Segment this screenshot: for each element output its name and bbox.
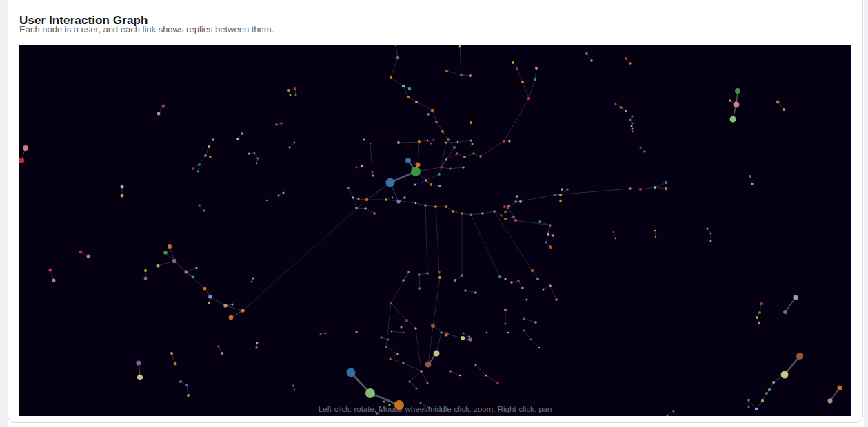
graph-node[interactable] xyxy=(172,259,176,263)
graph-node[interactable] xyxy=(434,205,437,208)
graph-node[interactable] xyxy=(538,220,541,223)
graph-node[interactable] xyxy=(521,287,524,289)
graph-node[interactable] xyxy=(361,165,363,167)
graph-node[interactable] xyxy=(408,87,411,90)
graph-node[interactable] xyxy=(629,187,632,190)
graph-node[interactable] xyxy=(198,163,201,166)
graph-node[interactable] xyxy=(526,299,528,301)
graph-node[interactable] xyxy=(510,281,513,284)
graph-node[interactable] xyxy=(325,333,327,335)
graph-node[interactable] xyxy=(654,186,656,189)
graph-node[interactable] xyxy=(517,280,520,282)
graph-node[interactable] xyxy=(358,198,360,200)
graph-node[interactable] xyxy=(445,70,448,72)
graph-node[interactable] xyxy=(157,264,160,268)
graph-node[interactable] xyxy=(414,184,416,186)
graph-node[interactable] xyxy=(552,234,554,237)
graph-node[interactable] xyxy=(514,200,517,203)
graph-node[interactable] xyxy=(707,228,709,230)
graph-node[interactable] xyxy=(401,326,403,329)
graph-node[interactable] xyxy=(748,406,750,408)
graph-node[interactable] xyxy=(447,138,450,141)
graph-node[interactable] xyxy=(376,412,379,415)
graph-node[interactable] xyxy=(613,231,615,233)
graph-node[interactable] xyxy=(203,287,207,291)
graph-node[interactable] xyxy=(248,153,250,155)
graph-node[interactable] xyxy=(505,323,507,325)
graph-node[interactable] xyxy=(673,410,675,413)
graph-node[interactable] xyxy=(503,205,506,208)
graph-node[interactable] xyxy=(157,112,161,116)
graph-node[interactable] xyxy=(625,110,627,112)
graph-node[interactable] xyxy=(170,352,173,355)
graph-node[interactable] xyxy=(781,371,789,379)
graph-node[interactable] xyxy=(387,339,390,341)
graph-node[interactable] xyxy=(514,219,517,222)
graph-node[interactable] xyxy=(402,279,405,282)
graph-node[interactable] xyxy=(747,399,750,402)
graph-node[interactable] xyxy=(403,196,406,199)
graph-canvas[interactable]: Left-click: rotate, Mouse-wheel/middle-c… xyxy=(19,45,851,416)
graph-node[interactable] xyxy=(430,183,432,186)
graph-node[interactable] xyxy=(424,204,427,207)
graph-node[interactable] xyxy=(549,224,552,227)
graph-node[interactable] xyxy=(631,115,634,118)
graph-node[interactable] xyxy=(758,322,760,324)
graph-node[interactable] xyxy=(431,109,434,112)
graph-node[interactable] xyxy=(615,238,617,240)
graph-node[interactable] xyxy=(255,346,258,349)
graph-node[interactable] xyxy=(356,167,358,169)
graph-node[interactable] xyxy=(49,269,52,272)
graph-node[interactable] xyxy=(283,192,285,194)
graph-node[interactable] xyxy=(355,331,358,333)
graph-node[interactable] xyxy=(454,279,456,282)
graph-node[interactable] xyxy=(585,52,588,55)
graph-node[interactable] xyxy=(535,67,538,70)
graph-node[interactable] xyxy=(416,388,418,390)
graph-node[interactable] xyxy=(209,156,212,158)
graph-node[interactable] xyxy=(185,271,188,274)
graph-node[interactable] xyxy=(196,267,198,269)
graph-node[interactable] xyxy=(427,113,430,116)
graph-node[interactable] xyxy=(498,275,501,278)
graph-node[interactable] xyxy=(735,88,740,94)
graph-node[interactable] xyxy=(290,94,292,96)
graph-node[interactable] xyxy=(405,158,411,163)
graph-node[interactable] xyxy=(445,142,447,144)
graph-node[interactable] xyxy=(252,278,254,280)
graph-node[interactable] xyxy=(256,342,259,344)
graph-node[interactable] xyxy=(654,230,656,232)
graph-node[interactable] xyxy=(389,404,391,406)
graph-node[interactable] xyxy=(470,140,472,142)
graph-node[interactable] xyxy=(632,128,634,130)
graph-node[interactable] xyxy=(729,100,731,102)
graph-node[interactable] xyxy=(655,236,657,238)
graph-node[interactable] xyxy=(364,207,367,210)
graph-node[interactable] xyxy=(407,271,410,273)
graph-node[interactable] xyxy=(397,141,400,144)
graph-node[interactable] xyxy=(459,45,461,48)
graph-node[interactable] xyxy=(23,145,28,151)
graph-node[interactable] xyxy=(352,196,354,199)
graph-node[interactable] xyxy=(241,309,245,313)
graph-node[interactable] xyxy=(665,187,667,190)
graph-node[interactable] xyxy=(470,121,472,124)
graph-node[interactable] xyxy=(396,56,399,59)
graph-node[interactable] xyxy=(355,207,358,209)
graph-node[interactable] xyxy=(527,97,530,100)
graph-node[interactable] xyxy=(363,139,365,141)
graph-node[interactable] xyxy=(174,362,177,366)
graph-node[interactable] xyxy=(559,194,562,196)
graph-node[interactable] xyxy=(481,212,484,215)
graph-node[interactable] xyxy=(531,269,534,272)
graph-node[interactable] xyxy=(372,171,374,174)
graph-node[interactable] xyxy=(395,45,397,47)
graph-node[interactable] xyxy=(79,251,83,254)
graph-node[interactable] xyxy=(523,317,525,320)
graph-node[interactable] xyxy=(236,138,239,140)
graph-node[interactable] xyxy=(204,154,207,157)
graph-node[interactable] xyxy=(457,141,459,143)
graph-node[interactable] xyxy=(472,143,474,145)
graph-node[interactable] xyxy=(470,214,472,216)
graph-node[interactable] xyxy=(519,200,522,203)
